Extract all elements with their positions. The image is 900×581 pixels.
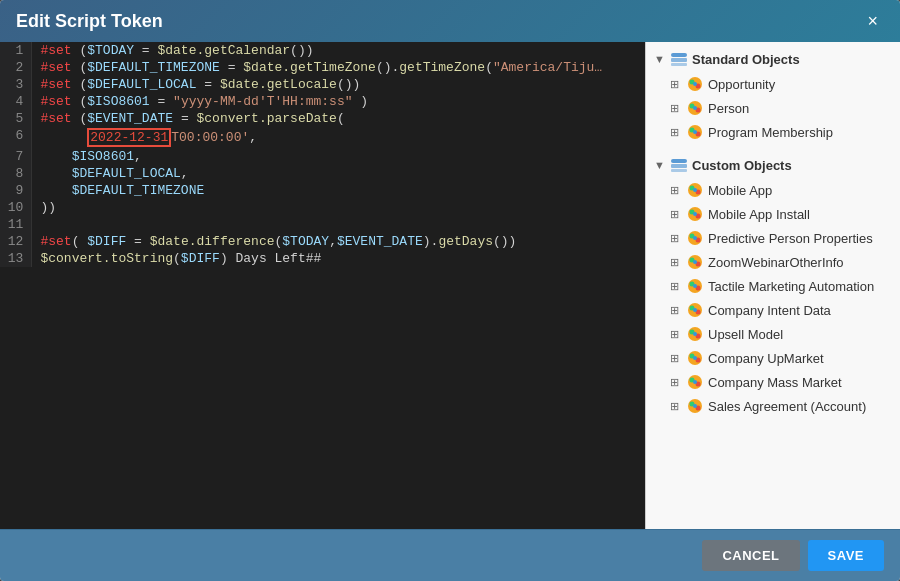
line-content[interactable]: #set ($ISO8601 = "yyyy-MM-dd'T'HH:mm:ss"… (32, 93, 645, 110)
opportunity-icon (686, 75, 704, 93)
zoom-webinar-icon (686, 253, 704, 271)
tree-item-program-membership[interactable]: ⊞ Program Membership (646, 120, 900, 144)
expand-opportunity-icon: ⊞ (670, 78, 682, 91)
line-number: 3 (0, 76, 32, 93)
svg-point-25 (693, 212, 697, 216)
svg-point-57 (693, 404, 697, 408)
tree-item-company-mass-market[interactable]: ⊞ Company Mass Market (646, 370, 900, 394)
svg-point-21 (693, 188, 697, 192)
code-line-8: 8 $DEFAULT_LOCAL, (0, 165, 645, 182)
standard-objects-section: ▼ Standard Objects ⊞ (646, 42, 900, 148)
expand-zoom-icon: ⊞ (670, 256, 682, 269)
mobile-app-install-label: Mobile App Install (708, 207, 810, 222)
line-number: 2 (0, 59, 32, 76)
upsell-model-label: Upsell Model (708, 327, 783, 342)
cancel-button[interactable]: CANCEL (702, 540, 799, 571)
tree-item-tactile-marketing[interactable]: ⊞ Tactile Marketing Automation (646, 274, 900, 298)
line-content[interactable]: #set ($DEFAULT_TIMEZONE = $date.getTimeZ… (32, 59, 645, 76)
code-line-11: 11 (0, 216, 645, 233)
svg-point-41 (693, 308, 697, 312)
line-content[interactable]: #set ($TODAY = $date.getCalendar()) (32, 42, 645, 59)
tree-item-upsell-model[interactable]: ⊞ Upsell Model (646, 322, 900, 346)
tree-item-person[interactable]: ⊞ Person (646, 96, 900, 120)
expand-company-upmarket-icon: ⊞ (670, 352, 682, 365)
person-label: Person (708, 101, 749, 116)
svg-rect-1 (671, 58, 687, 62)
custom-objects-header[interactable]: ▼ Custom Objects (646, 152, 900, 178)
expand-standard-icon: ▼ (654, 53, 666, 65)
svg-point-33 (693, 260, 697, 264)
company-upmarket-label: Company UpMarket (708, 351, 824, 366)
line-number: 9 (0, 182, 32, 199)
tree-item-opportunity[interactable]: ⊞ Opportunity (646, 72, 900, 96)
expand-company-intent-icon: ⊞ (670, 304, 682, 317)
standard-objects-label: Standard Objects (692, 52, 800, 67)
standard-objects-header[interactable]: ▼ Standard Objects (646, 46, 900, 72)
code-line-4: 4 #set ($ISO8601 = "yyyy-MM-dd'T'HH:mm:s… (0, 93, 645, 110)
company-upmarket-icon (686, 349, 704, 367)
code-editor-panel[interactable]: 1 #set ($TODAY = $date.getCalendar()) 2 … (0, 42, 645, 529)
expand-person-icon: ⊞ (670, 102, 682, 115)
custom-objects-db-icon (670, 156, 688, 174)
svg-point-45 (693, 332, 697, 336)
mobile-app-label: Mobile App (708, 183, 772, 198)
line-content[interactable]: )) (32, 199, 645, 216)
line-content[interactable]: 2022-12-31T00:00:00', (32, 127, 645, 148)
line-content[interactable]: $DEFAULT_TIMEZONE (32, 182, 645, 199)
line-content[interactable]: #set ($DEFAULT_LOCAL = $date.getLocale()… (32, 76, 645, 93)
predictive-person-label: Predictive Person Properties (708, 231, 873, 246)
line-content[interactable]: #set ($EVENT_DATE = $convert.parseDate( (32, 110, 645, 127)
tree-item-company-upmarket[interactable]: ⊞ Company UpMarket (646, 346, 900, 370)
svg-rect-2 (671, 63, 687, 66)
close-button[interactable]: × (861, 10, 884, 32)
modal-title: Edit Script Token (16, 11, 163, 32)
company-mass-market-label: Company Mass Market (708, 375, 842, 390)
code-line-6: 6 2022-12-31T00:00:00', (0, 127, 645, 148)
expand-sales-agreement-icon: ⊞ (670, 400, 682, 413)
code-line-13: 13 $convert.toString($DIFF) Days Left## (0, 250, 645, 267)
tree-item-predictive-person-properties[interactable]: ⊞ Predictive Person Properties (646, 226, 900, 250)
custom-objects-label: Custom Objects (692, 158, 792, 173)
code-table: 1 #set ($TODAY = $date.getCalendar()) 2 … (0, 42, 645, 267)
line-content[interactable]: #set( $DIFF = $date.difference($TODAY,$E… (32, 233, 645, 250)
company-intent-icon (686, 301, 704, 319)
modal-header: Edit Script Token × (0, 0, 900, 42)
highlighted-date: 2022-12-31 (87, 128, 171, 147)
custom-objects-section: ▼ Custom Objects ⊞ (646, 148, 900, 422)
line-content[interactable] (32, 216, 645, 233)
svg-rect-17 (671, 169, 687, 172)
tree-item-company-intent[interactable]: ⊞ Company Intent Data (646, 298, 900, 322)
line-content[interactable]: $DEFAULT_LOCAL, (32, 165, 645, 182)
tree-item-mobile-app[interactable]: ⊞ Mobile App (646, 178, 900, 202)
standard-objects-db-icon (670, 50, 688, 68)
code-line-2: 2 #set ($DEFAULT_TIMEZONE = $date.getTim… (0, 59, 645, 76)
tactile-marketing-icon (686, 277, 704, 295)
opportunity-label: Opportunity (708, 77, 775, 92)
sales-agreement-icon (686, 397, 704, 415)
code-line-7: 7 $ISO8601, (0, 148, 645, 165)
line-content[interactable]: $ISO8601, (32, 148, 645, 165)
line-number: 8 (0, 165, 32, 182)
sales-agreement-label: Sales Agreement (Account) (708, 399, 866, 414)
line-content[interactable]: $convert.toString($DIFF) Days Left## (32, 250, 645, 267)
line-number: 12 (0, 233, 32, 250)
code-line-1: 1 #set ($TODAY = $date.getCalendar()) (0, 42, 645, 59)
svg-rect-16 (671, 164, 687, 168)
program-membership-icon (686, 123, 704, 141)
tree-item-sales-agreement[interactable]: ⊞ Sales Agreement (Account) (646, 394, 900, 418)
modal-overlay: Edit Script Token × 1 #set ($TODAY = $da… (0, 0, 900, 581)
program-membership-label: Program Membership (708, 125, 833, 140)
line-number: 10 (0, 199, 32, 216)
company-mass-market-icon (686, 373, 704, 391)
svg-point-29 (693, 236, 697, 240)
modal-footer: CANCEL SAVE (0, 529, 900, 581)
object-tree-panel[interactable]: ▼ Standard Objects ⊞ (645, 42, 900, 529)
save-button[interactable]: SAVE (808, 540, 884, 571)
tree-item-zoom-webinar[interactable]: ⊞ ZoomWebinarOtherInfo (646, 250, 900, 274)
mobile-app-icon (686, 181, 704, 199)
company-intent-label: Company Intent Data (708, 303, 831, 318)
svg-point-49 (693, 356, 697, 360)
code-line-3: 3 #set ($DEFAULT_LOCAL = $date.getLocale… (0, 76, 645, 93)
expand-custom-icon: ▼ (654, 159, 666, 171)
tree-item-mobile-app-install[interactable]: ⊞ Mobile App Install (646, 202, 900, 226)
